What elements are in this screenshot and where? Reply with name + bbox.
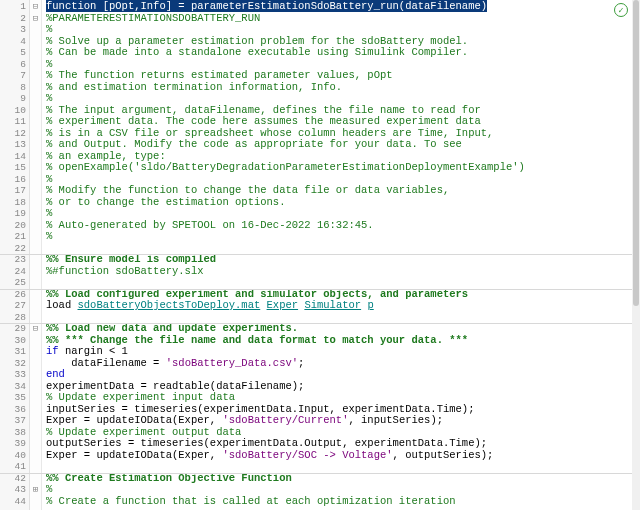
- code-token: ;: [298, 357, 304, 369]
- line-number: 17: [0, 185, 29, 197]
- line-number: 20: [0, 220, 29, 232]
- code-token: % The input argument, dataFilename, defi…: [46, 104, 481, 116]
- code-token: % Update experiment input data: [46, 391, 235, 403]
- code-line[interactable]: %% Create Estimation Objective Function: [46, 473, 640, 485]
- fold-empty: [30, 415, 41, 427]
- line-number: 10: [0, 105, 29, 117]
- code-token: % openExample('sldo/BatteryDegradationPa…: [46, 161, 525, 173]
- code-line[interactable]: %PARAMETERESTIMATIONSDOBATTERY_RUN: [46, 13, 640, 25]
- fold-minus-icon[interactable]: [30, 13, 41, 25]
- code-token: Exper = updateIOData(Exper,: [46, 414, 222, 426]
- line-number: 4: [0, 36, 29, 48]
- fold-empty: [30, 197, 41, 209]
- code-token: % and Output. Modify the code as appropr…: [46, 138, 462, 150]
- code-token: if: [46, 345, 59, 357]
- line-number: 25: [0, 277, 29, 289]
- fold-empty: [30, 266, 41, 278]
- code-line[interactable]: Exper = updateIOData(Exper, 'sdoBattery/…: [46, 450, 640, 462]
- fold-empty: [30, 105, 41, 117]
- code-line[interactable]: % Auto-generated by SPETOOL on 16-Dec-20…: [46, 220, 640, 232]
- line-number: 5: [0, 47, 29, 59]
- line-number: 2: [0, 13, 29, 25]
- line-number: 28: [0, 312, 29, 324]
- line-number: 26: [0, 289, 29, 301]
- code-token: 'sdoBattery/Current': [222, 414, 348, 426]
- line-number: 13: [0, 139, 29, 151]
- fold-empty: [30, 128, 41, 140]
- code-token: %: [46, 58, 52, 70]
- code-token: %% Create Estimation Objective Function: [46, 472, 292, 484]
- code-token: , outputSeries);: [393, 449, 494, 461]
- line-number: 43: [0, 484, 29, 496]
- fold-empty: [30, 346, 41, 358]
- code-line[interactable]: % Create a function that is called at ea…: [46, 496, 640, 508]
- code-line[interactable]: dataFilename = 'sdoBattery_Data.csv';: [46, 358, 640, 370]
- fold-minus-icon[interactable]: [30, 323, 41, 335]
- code-line[interactable]: %% *** Change the file name and data for…: [46, 335, 640, 347]
- line-number: 41: [0, 461, 29, 473]
- line-number: 8: [0, 82, 29, 94]
- line-number: 6: [0, 59, 29, 71]
- analyzer-ok-icon[interactable]: [614, 3, 628, 17]
- line-number: 34: [0, 381, 29, 393]
- code-token: 'sdoBattery_Data.csv': [166, 357, 298, 369]
- line-number: 14: [0, 151, 29, 163]
- code-token: % Can be made into a standalone executab…: [46, 46, 468, 58]
- code-token: %% *** Change the file name and data for…: [46, 334, 468, 346]
- fold-empty: [30, 151, 41, 163]
- line-number: 27: [0, 300, 29, 312]
- code-token: %: [46, 230, 52, 242]
- vertical-scrollbar[interactable]: [632, 0, 640, 510]
- fold-empty: [30, 36, 41, 48]
- code-line[interactable]: % Can be made into a standalone executab…: [46, 47, 640, 59]
- scrollbar-thumb[interactable]: [633, 0, 639, 306]
- fold-column[interactable]: [30, 0, 42, 510]
- code-line[interactable]: %: [46, 231, 640, 243]
- line-number-gutter: 1234567891011121314151617181920212223242…: [0, 0, 30, 510]
- line-number: 39: [0, 438, 29, 450]
- fold-empty: [30, 312, 41, 324]
- code-line[interactable]: % or to change the estimation options.: [46, 197, 640, 209]
- fold-empty: [30, 243, 41, 255]
- code-line[interactable]: %#function sdoBattery.slx: [46, 266, 640, 278]
- line-number: 7: [0, 70, 29, 82]
- fold-empty: [30, 162, 41, 174]
- line-number: 29: [0, 323, 29, 335]
- fold-empty: [30, 208, 41, 220]
- code-token: load: [46, 299, 78, 311]
- code-area[interactable]: function [pOpt,Info] = parameterEstimati…: [42, 0, 640, 510]
- code-token: %% Load configured experiment and simula…: [46, 288, 468, 300]
- code-token: %% Ensure model is compiled: [46, 253, 216, 265]
- code-token: %#function sdoBattery.slx: [46, 265, 204, 277]
- fold-empty: [30, 473, 41, 485]
- line-number: 37: [0, 415, 29, 427]
- line-number: 22: [0, 243, 29, 255]
- fold-empty: [30, 59, 41, 71]
- line-number: 19: [0, 208, 29, 220]
- code-token: Simulator: [304, 299, 361, 311]
- fold-empty: [30, 335, 41, 347]
- fold-empty: [30, 438, 41, 450]
- fold-empty: [30, 277, 41, 289]
- code-token: experimentData = readtable(dataFilename)…: [46, 380, 304, 392]
- code-token: 'sdoBattery/SOC -> Voltage': [222, 449, 392, 461]
- fold-empty: [30, 300, 41, 312]
- code-token: % Solve up a parameter estimation proble…: [46, 35, 468, 47]
- fold-empty: [30, 404, 41, 416]
- code-line[interactable]: load sdoBatteryObjectsToDeploy.mat Exper…: [46, 300, 640, 312]
- fold-plus-icon[interactable]: [30, 484, 41, 496]
- code-token: inputSeries = timeseries(experimentData.…: [46, 403, 474, 415]
- fold-empty: [30, 24, 41, 36]
- code-editor[interactable]: 1234567891011121314151617181920212223242…: [0, 0, 640, 510]
- fold-empty: [30, 174, 41, 186]
- code-token: Exper = updateIOData(Exper,: [46, 449, 222, 461]
- code-line[interactable]: % openExample('sldo/BatteryDegradationPa…: [46, 162, 640, 174]
- code-token: % Create a function that is called at ea…: [46, 495, 456, 507]
- line-number: 9: [0, 93, 29, 105]
- code-token: %: [46, 173, 52, 185]
- fold-minus-icon[interactable]: [30, 1, 41, 13]
- code-line[interactable]: % and estimation termination information…: [46, 82, 640, 94]
- code-token: % is in a CSV file or spreadsheet whose …: [46, 127, 493, 139]
- line-number: 42: [0, 473, 29, 485]
- fold-empty: [30, 369, 41, 381]
